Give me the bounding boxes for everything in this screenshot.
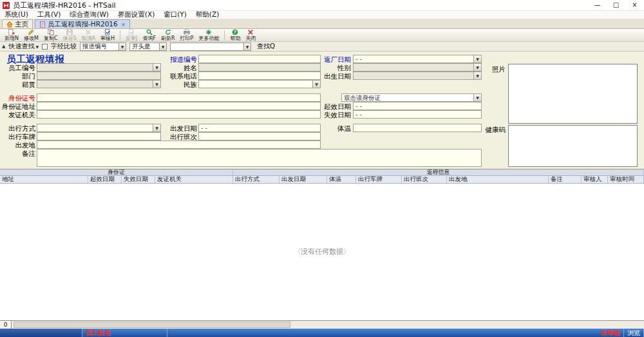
report-no-label: 报道编号: [158, 55, 197, 64]
scrollbar-thumb[interactable]: [14, 322, 290, 328]
toolbar-separator: [224, 30, 225, 40]
toolbar-button-close[interactable]: 关闭: [243, 29, 258, 42]
toolbar-button-new[interactable]: 新增N: [2, 29, 21, 42]
dropdown-arrow-icon[interactable]: ▼: [159, 43, 166, 50]
grid-empty-text: 〈没有任何数据〉: [0, 247, 644, 256]
compare-checkbox[interactable]: [42, 44, 48, 50]
dept-input[interactable]: [37, 72, 161, 80]
grid-column-header-3[interactable]: 失效日期: [122, 176, 155, 183]
phone-input[interactable]: [198, 72, 321, 80]
toolbar-button-refresh[interactable]: 刷新R: [158, 29, 178, 42]
grid-column-header-12[interactable]: 审核人: [582, 176, 608, 183]
dropdown-arrow-icon[interactable]: ▼: [243, 43, 251, 50]
tab-home[interactable]: 主页: [2, 19, 33, 28]
status-mode-text: 浏览: [627, 329, 640, 337]
grid-footer: 0: [0, 320, 644, 329]
search-operator-select[interactable]: 开头是 ▼: [129, 43, 167, 51]
toolbar-button-copy[interactable]: 复制C: [41, 29, 61, 42]
tab-current[interactable]: 员工返程填报-HR2016 ×: [35, 19, 130, 28]
native-place-input[interactable]: ▼: [37, 80, 161, 88]
dropdown-arrow-icon[interactable]: ▼: [473, 94, 481, 101]
search-value-input[interactable]: [171, 43, 251, 50]
grid-body[interactable]: 〈没有任何数据〉: [0, 184, 644, 321]
shift-input[interactable]: [198, 132, 321, 140]
maximize-button[interactable]: □: [607, 0, 625, 11]
dropdown-arrow-icon[interactable]: ▼: [473, 72, 481, 79]
collapse-panel-icon[interactable]: ▲: [2, 44, 5, 49]
plate-input[interactable]: [37, 132, 161, 140]
gender-select[interactable]: ▼: [353, 63, 482, 72]
name-label: 姓名: [158, 64, 197, 72]
menu-item-5[interactable]: 窗口(Y): [159, 10, 191, 19]
return-date-input[interactable]: - -▼: [353, 55, 482, 63]
close-icon: [247, 29, 254, 35]
id-addr-input[interactable]: [37, 102, 321, 110]
unaudit-icon: [128, 29, 135, 35]
toolbar-button-more[interactable]: 更多功能: [196, 29, 222, 42]
report-no-input[interactable]: [198, 55, 321, 63]
toolbar-button-help[interactable]: ?帮助: [227, 29, 243, 42]
document-icon: [39, 21, 46, 28]
toolbar-button-audit[interactable]: 审核H: [98, 29, 117, 42]
menu-item-3[interactable]: 综合查询(W): [65, 10, 113, 19]
toolbar-button-unaudit[interactable]: 反审J: [123, 29, 140, 42]
refresh-icon: [165, 29, 171, 35]
id-no-label: 身份证号: [0, 94, 35, 102]
valid-from-input[interactable]: - -: [353, 102, 482, 110]
grid-column-header-2[interactable]: 起效日期: [88, 176, 122, 183]
dept-label: 部门: [0, 72, 35, 81]
toolbar-button-query[interactable]: 查询F: [140, 29, 158, 42]
find-button[interactable]: 查找Q: [254, 42, 278, 51]
close-button[interactable]: ×: [625, 0, 644, 11]
temperature-input[interactable]: [353, 124, 482, 132]
tab-close-icon[interactable]: ×: [121, 21, 126, 28]
emp-no-input[interactable]: ▼: [37, 63, 161, 72]
travel-mode-select[interactable]: ▼: [37, 124, 161, 132]
grid-column-header-4[interactable]: 发证机关: [155, 176, 233, 183]
depart-place-input[interactable]: [37, 140, 321, 149]
name-input[interactable]: [198, 63, 321, 72]
grid-column-header-8[interactable]: 出行车牌: [356, 176, 402, 183]
quick-search-toggle[interactable]: 快速查找 ▼: [8, 42, 39, 51]
grid-column-header-5[interactable]: 出行方式: [233, 176, 279, 183]
grid-column-header-13[interactable]: 审核时间: [608, 176, 644, 183]
remark-textarea[interactable]: [37, 149, 482, 167]
ethnicity-select[interactable]: ▼: [198, 80, 321, 88]
toolbar-button-cancel[interactable]: 取消A: [79, 29, 98, 42]
grid-column-header-7[interactable]: 体温: [327, 176, 356, 183]
menu-item-2[interactable]: 工具(V): [33, 10, 65, 19]
id-no-input[interactable]: [37, 93, 321, 102]
depart-place-label: 出发地: [0, 141, 35, 149]
depart-date-input[interactable]: - -: [198, 124, 321, 132]
dropdown-arrow-icon[interactable]: ▼: [312, 81, 320, 88]
issuer-input[interactable]: [37, 110, 321, 119]
quick-search-bar: ▲ 快速查找 ▼ 字经比较 报道编号 ▼ 开头是 ▼ ▼ 查找Q: [0, 42, 644, 52]
toolbar-button-print[interactable]: 打印P: [178, 29, 196, 42]
read-id-combo[interactable]: 双击读身份证▼: [341, 93, 482, 102]
menu-item-1[interactable]: 系统(U): [0, 10, 33, 19]
grid-column-header-10[interactable]: 出发地: [447, 176, 549, 183]
valid-to-input[interactable]: - -: [353, 110, 482, 119]
grid-column-header-6[interactable]: 出发日期: [279, 176, 327, 183]
toolbar-button-edit[interactable]: 修改M: [21, 29, 41, 42]
status-audit-text: 未审核: [601, 329, 620, 337]
search-field-select[interactable]: 报道编号 ▼: [80, 43, 126, 51]
form-area: 员工返程填报 报道编号 返厂日期 - -▼ 员工编号 ▼ 姓名 性别 ▼ 照片 …: [0, 52, 644, 169]
horizontal-scrollbar[interactable]: [12, 321, 644, 329]
menu-item-6[interactable]: 帮助(Z): [191, 10, 223, 19]
gender-label: 性别: [316, 64, 351, 72]
svg-text:?: ?: [234, 30, 237, 35]
grid-column-header-9[interactable]: 出行班次: [402, 176, 447, 183]
dropdown-arrow-icon[interactable]: ▼: [473, 55, 481, 63]
search-value-combo: ▼: [170, 43, 251, 51]
grid-column-header-11[interactable]: 备注: [549, 176, 582, 183]
window-title: 员工返程填报-HR2016 - HTSail: [13, 1, 116, 10]
minimize-button[interactable]: —: [588, 0, 607, 11]
dropdown-arrow-icon[interactable]: ▼: [118, 43, 126, 50]
dropdown-arrow-icon[interactable]: ▼: [473, 64, 481, 71]
birth-date-input[interactable]: ▼: [353, 72, 482, 80]
toolbar-button-save[interactable]: 保存S: [60, 29, 79, 42]
menu-item-4[interactable]: 界面设置(X): [113, 10, 159, 19]
grid-column-header-1[interactable]: 地址: [0, 176, 88, 183]
search-operator-value: 开头是: [132, 43, 151, 51]
